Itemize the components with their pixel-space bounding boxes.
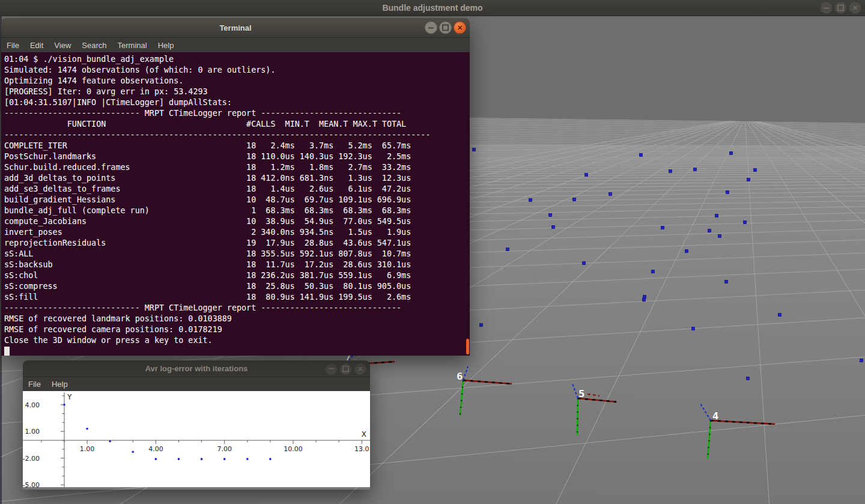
menu-view[interactable]: View (49, 38, 76, 52)
x-tick-label: 4.00 (148, 445, 163, 453)
plot-canvas[interactable]: 1.004.007.0010.0013.04.001.00-2.00-5.00X… (23, 391, 370, 487)
x-tick-label: 13.0 (354, 445, 369, 453)
terminal-menubar: File Edit View Search Terminal Help (1, 38, 470, 52)
main-window-title: Bundle adjustment demo (382, 3, 482, 13)
menu-terminal[interactable]: Terminal (112, 38, 153, 52)
maximize-icon (442, 25, 449, 31)
menu-help[interactable]: Help (153, 38, 180, 52)
y-tick-label: -2.00 (23, 455, 40, 463)
x-tick-label: 7.00 (217, 445, 232, 453)
terminal-text: 01:04 $ ./vision_bundle_adj_example Simu… (1, 52, 470, 356)
close-button[interactable]: ✕ (354, 362, 366, 375)
camera-frame-label: 6 (457, 371, 463, 382)
maximize-button[interactable] (439, 22, 452, 34)
minimize-button[interactable] (820, 2, 833, 14)
terminal-window: Terminal ✕ File Edit View Search Termina… (1, 18, 470, 356)
menu-file[interactable]: File (1, 38, 25, 52)
menu-search[interactable]: Search (76, 38, 112, 52)
maximize-icon (342, 365, 349, 372)
plot-menubar: File Help (23, 377, 370, 391)
minimize-icon (824, 7, 829, 8)
y-axis-label: Y (67, 393, 72, 401)
menu-file[interactable]: File (23, 377, 46, 391)
y-tick-label: -5.00 (23, 481, 40, 487)
x-tick-label: 10.00 (284, 445, 303, 453)
close-icon: ✕ (457, 25, 463, 31)
terminal-cursor (4, 347, 10, 356)
terminal-output[interactable]: 01:04 $ ./vision_bundle_adj_example Simu… (1, 52, 470, 356)
terminal-titlebar[interactable]: Terminal ✕ (1, 18, 470, 38)
y-tick-label: 1.00 (25, 428, 40, 436)
terminal-title: Terminal (219, 23, 251, 32)
x-axis-label: X (362, 430, 366, 439)
maximize-icon (837, 5, 844, 11)
minimize-icon (329, 368, 334, 369)
menu-help[interactable]: Help (46, 377, 73, 391)
main-window-titlebar[interactable]: Bundle adjustment demo ✕ (0, 0, 865, 16)
y-tick-label: 4.00 (25, 401, 40, 409)
plot-window-titlebar[interactable]: Avr log-error with iterations ✕ (23, 360, 370, 377)
maximize-button[interactable] (339, 362, 352, 375)
close-icon: ✕ (357, 365, 363, 372)
minimize-button[interactable] (425, 22, 437, 34)
close-button[interactable]: ✕ (454, 22, 466, 34)
plot-window: Avr log-error with iterations ✕ File Hel… (23, 360, 370, 490)
close-button[interactable]: ✕ (849, 2, 861, 14)
x-tick-label: 1.00 (80, 445, 95, 453)
minimize-icon (428, 27, 434, 28)
minimize-button[interactable] (325, 362, 338, 375)
close-icon: ✕ (852, 5, 858, 11)
camera-frame-label: 4 (712, 411, 718, 422)
menu-edit[interactable]: Edit (25, 38, 49, 52)
maximize-button[interactable] (834, 2, 847, 14)
chart-axes: 1.004.007.0010.0013.04.001.00-2.00-5.00X… (23, 392, 370, 487)
plot-window-title: Avr log-error with iterations (145, 364, 248, 373)
desktop: 7654 Bundle adjustment demo ✕ Avr log-er… (0, 0, 865, 504)
camera-frame-label: 5 (578, 389, 584, 399)
scrollbar-thumb[interactable] (466, 339, 469, 354)
